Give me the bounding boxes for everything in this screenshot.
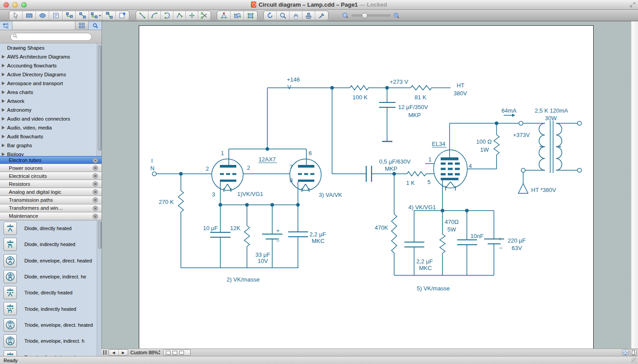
category-item[interactable]: Biology [0,150,102,156]
connector-tree-tool-button[interactable] [89,11,102,20]
close-library-icon[interactable]: ✕ [93,165,98,171]
chevron-right-icon[interactable] [2,108,5,112]
library-header-electron-tubes[interactable]: Electron tubes✕ [0,156,102,164]
vertical-scrollbar[interactable] [631,21,638,348]
prev-page-button[interactable]: ◀ [109,350,119,355]
shape-item[interactable]: Diode, envelope, direct. heated [0,253,102,269]
zoom-stepper[interactable]: ▲▼ [157,349,162,356]
category-item[interactable]: Astronomy [0,106,102,114]
category-item[interactable]: Audio, video, media [0,123,102,132]
category-item[interactable]: Drawing Shapes [0,43,102,52]
zoom-level-select[interactable]: Custom 88% [130,350,158,355]
ellipse-tool-button[interactable] [36,11,49,20]
library-header-electrical-circuits[interactable]: Electrical circuits✕ [0,172,102,180]
category-scrollbar-thumb[interactable] [98,45,102,151]
shape-item[interactable]: Tetrode, directly heated [0,349,102,356]
category-scrollbar[interactable] [97,43,102,156]
library-header-resistors[interactable]: Resistors✕ [0,180,102,188]
chevron-right-icon[interactable] [2,117,5,121]
chevron-right-icon[interactable] [2,55,5,59]
shape-item[interactable]: Triode, envelope, indirect. h [0,333,102,349]
tab-grid-view[interactable] [75,21,89,30]
category-item[interactable]: Audit flowcharts [0,132,102,141]
category-item[interactable]: AWS Architecture Diagrams [0,52,102,61]
shape-item[interactable]: Diode, directly heated [0,220,102,236]
tab-search-view[interactable] [89,21,102,30]
tab-tree-view[interactable] [0,21,12,30]
view-mode-1-button[interactable] [166,351,171,355]
close-library-icon[interactable]: ✕ [93,214,98,219]
view-mode-2-button[interactable] [172,351,177,355]
chevron-right-icon[interactable] [2,82,5,85]
arc-tool-button[interactable] [149,11,161,20]
connector-smart-tool-button[interactable] [102,11,116,20]
drawing-canvas[interactable]: +146 V 100 K +273 V 12 µF/350V MKP 81 K … [102,21,638,348]
delete-shape-tool-button[interactable] [116,11,129,20]
hand-tool-button[interactable] [290,11,302,20]
shape-item[interactable]: Triode, directly heated [0,285,102,301]
category-item[interactable]: Audio and video connectors [0,114,102,123]
zoom-out-icon[interactable] [342,12,349,19]
zoom-in-icon[interactable] [393,12,400,19]
category-item[interactable]: Accounting flowcharts [0,61,102,70]
splitter-handle[interactable] [103,350,107,355]
library-header-transformers[interactable]: Transformers and win…✕ [0,204,102,212]
search-input[interactable] [10,33,92,41]
fullscreen-icon[interactable] [630,2,635,8]
shape-item[interactable]: Triode, envelope, direct. heated [0,317,102,333]
rotate-tool-button[interactable] [264,11,277,20]
chevron-right-icon[interactable] [2,90,5,94]
category-item[interactable]: Active Directory Diagrams [0,70,102,79]
close-library-icon[interactable]: ✕ [93,181,98,187]
chevron-right-icon[interactable] [2,64,5,67]
tab-blank[interactable] [12,21,75,30]
shape-item[interactable]: Triode, indirectly heated [0,301,102,317]
category-item[interactable]: Artwork [0,97,102,106]
zoom-tool-button[interactable] [277,11,290,20]
shape-scrollbar-thumb[interactable] [98,221,102,249]
close-library-icon[interactable]: ✕ [93,189,98,195]
shape-item[interactable]: Diode, indirectly heated [0,236,102,252]
next-page-button[interactable]: ▶ [119,350,128,355]
shape-item[interactable]: Diode, envelope, indirect. he [0,269,102,285]
close-library-icon[interactable]: ✕ [93,173,98,179]
text-tool-button[interactable] [49,11,63,20]
chevron-right-icon[interactable] [2,73,5,76]
library-header-transmission-paths[interactable]: Transmission paths✕ [0,196,102,204]
connector-line-tool-button[interactable] [76,11,89,20]
reshape-tool-button[interactable] [217,11,231,20]
shape-scrollbar[interactable] [97,220,102,356]
actual-size-button[interactable] [630,349,637,356]
chevron-right-icon[interactable] [2,153,5,156]
category-item[interactable]: Area charts [0,88,102,97]
chevron-right-icon[interactable] [2,99,5,103]
chevron-right-icon[interactable] [2,126,5,129]
minimize-button[interactable] [12,2,18,8]
split-tool-button[interactable] [186,11,198,20]
category-item[interactable]: Bar graphs [0,141,102,150]
view-mode-3-button[interactable] [179,351,184,355]
rectangle-tool-button[interactable] [23,11,36,20]
zoom-button[interactable] [21,2,27,8]
category-item[interactable]: Aerospace and transport [0,79,102,88]
eyedropper-tool-button[interactable] [315,11,328,20]
close-button[interactable] [4,2,9,8]
stamp-tool-button[interactable] [302,11,315,20]
chevron-right-icon[interactable] [2,144,5,147]
resize-grip[interactable] [631,357,637,363]
library-header-maintenance[interactable]: Maintenance✕ [0,212,102,220]
close-library-icon[interactable]: ✕ [93,197,98,203]
polyline-tool-button[interactable] [173,11,186,20]
zoom-slider-track[interactable] [352,15,391,16]
library-header-power-sources[interactable]: Power sources✕ [0,164,102,172]
scissors-tool-button[interactable] [198,11,211,20]
close-library-icon[interactable]: ✕ [93,158,98,163]
library-header-analog-digital-logic[interactable]: Analog and digital logic✕ [0,188,102,196]
group-tool-button[interactable] [244,11,257,20]
pointer-tool-button[interactable] [9,11,23,20]
line-tool-button[interactable] [136,11,149,20]
connector-elbow-tool-button[interactable] [63,11,76,20]
close-library-icon[interactable]: ✕ [93,206,98,211]
combine-tool-button[interactable] [231,11,244,20]
zoom-slider-thumb[interactable] [362,13,368,19]
